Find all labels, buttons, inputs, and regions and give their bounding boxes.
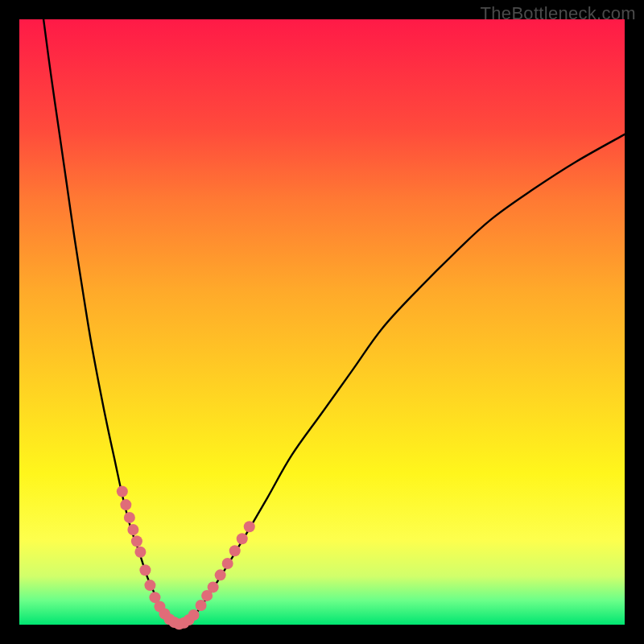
- bead-marker: [134, 547, 146, 558]
- bead-marker: [124, 512, 135, 523]
- bottleneck-chart: [0, 0, 644, 644]
- bead-marker: [188, 609, 200, 621]
- bead-marker: [117, 486, 128, 497]
- bead-marker-group: [117, 486, 255, 630]
- bead-marker: [244, 521, 255, 532]
- bead-marker: [229, 545, 241, 556]
- bead-marker: [127, 524, 138, 535]
- bead-marker: [120, 499, 131, 510]
- bead-marker: [222, 558, 233, 569]
- watermark-label: TheBottleneck.com: [481, 3, 636, 24]
- bead-marker: [215, 569, 226, 580]
- curve-left-branch: [43, 19, 180, 625]
- bead-marker: [139, 564, 151, 576]
- bead-marker: [208, 581, 219, 592]
- curve-right-branch: [180, 134, 625, 625]
- bead-marker: [237, 533, 248, 544]
- bead-marker: [144, 580, 155, 591]
- bead-marker: [196, 600, 207, 611]
- bead-marker: [131, 535, 142, 547]
